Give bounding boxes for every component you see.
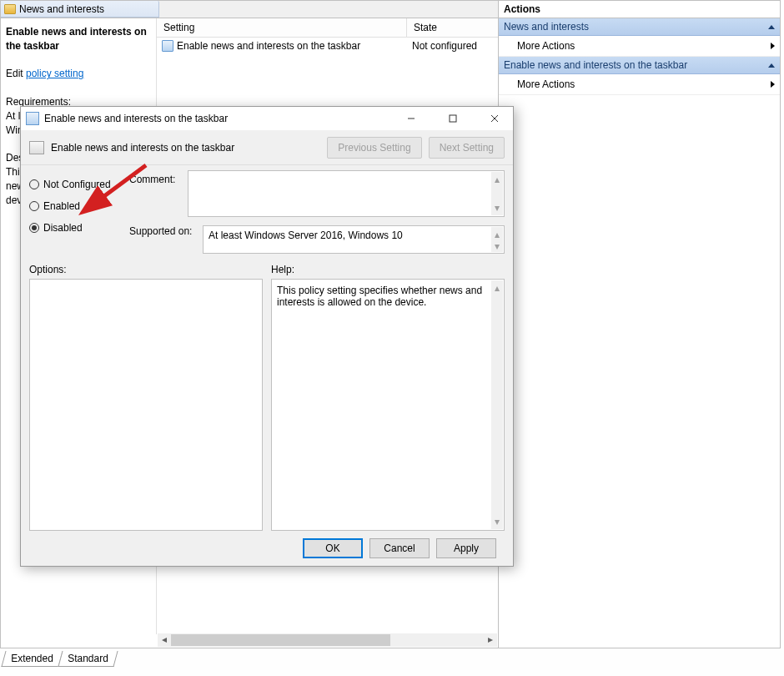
header-setting[interactable]: Setting xyxy=(157,18,407,37)
breadcrumb-bar[interactable]: News and interests xyxy=(1,1,159,18)
chevron-right-icon xyxy=(771,81,775,88)
options-box xyxy=(29,279,263,531)
dialog-subtitle: Enable news and interests on the taskbar xyxy=(51,142,234,154)
edit-link-row: Edit policy setting xyxy=(6,67,151,81)
ok-button[interactable]: OK xyxy=(303,538,363,558)
actions-section-label: News and interests xyxy=(504,21,589,33)
help-text: This policy setting specifies whether ne… xyxy=(277,285,482,308)
radio-label: Not Configured xyxy=(43,179,111,190)
setting-name: Enable news and interests on the taskbar xyxy=(177,40,360,52)
radio-label: Enabled xyxy=(43,200,80,212)
previous-setting-button[interactable]: Previous Setting xyxy=(327,137,421,159)
scrollbar-icon[interactable]: ▴▾ xyxy=(491,227,503,252)
actions-section-enable[interactable]: Enable news and interests on the taskbar xyxy=(499,57,780,74)
edit-policy-link[interactable]: policy setting xyxy=(26,68,83,79)
setting-state: Not configured xyxy=(407,38,498,54)
dialog-body: Not Configured Enabled Disabled Comment:… xyxy=(21,165,513,566)
policy-icon xyxy=(162,40,173,52)
help-box: This policy setting specifies whether ne… xyxy=(271,279,505,531)
comment-field[interactable]: ▴▾ xyxy=(188,170,505,217)
header-state[interactable]: State xyxy=(407,18,498,37)
actions-item-label: More Actions xyxy=(517,40,575,52)
policy-title: Enable news and interests on the taskbar xyxy=(6,25,151,53)
radio-disabled[interactable]: Disabled xyxy=(29,217,121,239)
svg-rect-1 xyxy=(450,115,456,122)
scrollbar-icon[interactable]: ▴▾ xyxy=(491,280,503,529)
policy-dialog: Enable news and interests on the taskbar… xyxy=(20,106,514,567)
radio-enabled[interactable]: Enabled xyxy=(29,195,121,217)
apply-button[interactable]: Apply xyxy=(436,538,496,558)
supported-label: Supported on: xyxy=(129,222,194,254)
comment-label: Comment: xyxy=(129,170,179,217)
minimize-button[interactable] xyxy=(393,107,430,130)
supported-field: At least Windows Server 2016, Windows 10… xyxy=(203,225,505,254)
dialog-footer: OK Cancel Apply xyxy=(29,531,505,566)
actions-section-news[interactable]: News and interests xyxy=(499,18,780,36)
radio-not-configured[interactable]: Not Configured xyxy=(29,174,121,195)
collapse-icon xyxy=(768,63,775,68)
scroll-track[interactable] xyxy=(171,633,484,647)
minimize-icon xyxy=(407,114,415,123)
supported-value: At least Windows Server 2016, Windows 10 xyxy=(209,230,403,241)
settings-header: Setting State xyxy=(157,18,498,38)
radio-group: Not Configured Enabled Disabled xyxy=(29,170,121,254)
radio-icon xyxy=(29,179,39,189)
actions-pane: Actions News and interests More Actions … xyxy=(499,0,781,648)
next-setting-button[interactable]: Next Setting xyxy=(429,137,505,159)
scroll-thumb[interactable] xyxy=(171,634,390,646)
cancel-button[interactable]: Cancel xyxy=(369,538,430,558)
actions-section-label-2: Enable news and interests on the taskbar xyxy=(504,59,687,71)
scrollbar-icon[interactable]: ▴▾ xyxy=(491,172,503,215)
dialog-titlebar[interactable]: Enable news and interests on the taskbar xyxy=(21,107,513,130)
breadcrumb-title: News and interests xyxy=(19,3,104,15)
tab-standard[interactable]: Standard xyxy=(58,651,118,667)
maximize-button[interactable] xyxy=(435,107,471,130)
help-label: Help: xyxy=(271,264,505,279)
actions-title: Actions xyxy=(499,1,780,18)
dialog-icon xyxy=(26,112,39,125)
radio-label: Disabled xyxy=(43,222,83,234)
settings-row[interactable]: Enable news and interests on the taskbar… xyxy=(157,38,498,54)
breadcrumb-wrap: News and interests xyxy=(1,1,498,18)
radio-icon xyxy=(29,201,39,211)
scroll-right-icon[interactable]: ▸ xyxy=(484,633,497,647)
options-label: Options: xyxy=(29,264,263,279)
bottom-tabs: Extended Standard xyxy=(3,651,114,667)
chevron-right-icon xyxy=(771,43,775,49)
dialog-title: Enable news and interests on the taskbar xyxy=(44,113,228,124)
edit-prefix: Edit xyxy=(6,68,26,79)
actions-item-label-2: More Actions xyxy=(517,78,575,90)
dialog-subheader: Enable news and interests on the taskbar… xyxy=(21,130,513,165)
close-button[interactable] xyxy=(476,107,513,130)
folder-icon xyxy=(4,4,16,14)
policy-large-icon xyxy=(29,141,44,154)
scroll-left-icon[interactable]: ◂ xyxy=(158,633,171,647)
tab-extended[interactable]: Extended xyxy=(1,651,63,667)
actions-more-1[interactable]: More Actions xyxy=(499,36,780,57)
actions-more-2[interactable]: More Actions xyxy=(499,74,780,95)
collapse-icon xyxy=(768,25,775,29)
close-icon xyxy=(490,114,499,123)
horizontal-scrollbar[interactable]: ◂ ▸ xyxy=(158,633,497,647)
radio-icon xyxy=(29,223,39,233)
maximize-icon xyxy=(449,114,457,123)
